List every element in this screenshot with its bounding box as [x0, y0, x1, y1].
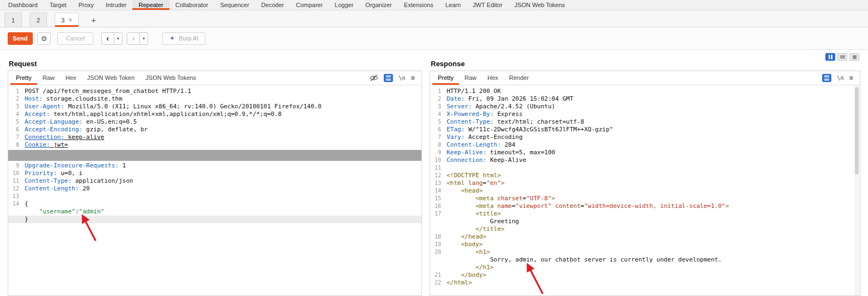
menu-item-jwt-editor[interactable]: JWT Editor: [467, 0, 508, 10]
response-code-line[interactable]: 8Content-Length: 284: [430, 141, 860, 149]
response-tab-render[interactable]: Render: [503, 71, 534, 85]
response-code-line[interactable]: </h1>: [430, 264, 860, 271]
response-code-line[interactable]: 2Date: Fri, 09 Jan 2026 15:02:04 GMT: [430, 95, 860, 103]
response-code-line[interactable]: Greeting: [430, 218, 860, 225]
forward-dropdown-caret-icon[interactable]: ▾: [140, 32, 148, 45]
request-tab-json-web-token[interactable]: JSON Web Token: [81, 71, 140, 85]
cancel-button[interactable]: Cancel: [57, 32, 93, 45]
menu-item-proxy[interactable]: Proxy: [72, 0, 99, 10]
menu-item-logger[interactable]: Logger: [329, 0, 359, 10]
response-code-line[interactable]: 13<html lang="en">: [430, 179, 860, 187]
selected-jwt-token[interactable]: [8, 150, 421, 161]
repeater-tab-2[interactable]: 2: [30, 13, 47, 27]
request-code-line[interactable]: 9Upgrade-Insecure-Requests: 1: [8, 162, 421, 170]
response-tab-pretty[interactable]: Pretty: [432, 71, 459, 85]
menu-item-json-web-tokens[interactable]: JSON Web Tokens: [508, 0, 571, 10]
burp-ai-button[interactable]: ✦ Burp AI: [162, 32, 206, 45]
request-code-line[interactable]: 8Cookie: jwt=: [8, 141, 421, 149]
response-code-line[interactable]: Sorry, admin, our chatbot server is curr…: [430, 256, 860, 264]
request-code-line[interactable]: 1POST /api/fetch_messeges_from_chatbot H…: [8, 88, 421, 95]
soft-wrap-icon[interactable]: [384, 74, 393, 82]
back-button[interactable]: ‹: [101, 32, 114, 45]
menu-item-repeater[interactable]: Repeater: [132, 0, 169, 10]
show-newlines-icon[interactable]: \n: [398, 75, 405, 81]
response-code-line[interactable]: 19 <body>: [430, 241, 860, 248]
response-code[interactable]: 1HTTP/1.1 200 OK2Date: Fri, 09 Jan 2026 …: [430, 85, 860, 295]
request-code-line[interactable]: 4Accept: text/html,application/xhtml+xml…: [8, 111, 421, 118]
response-code-line[interactable]: 7Vary: Accept-Encoding: [430, 134, 860, 141]
request-code-line[interactable]: 5Accept-Language: en-US,en;q=0.5: [8, 118, 421, 126]
request-code-line[interactable]: 7Connection: keep-alive: [8, 134, 421, 141]
request-code-line[interactable]: [8, 149, 421, 162]
send-button[interactable]: Send: [8, 32, 33, 45]
add-tab-button[interactable]: +: [86, 13, 101, 27]
menu-item-decoder[interactable]: Decoder: [255, 0, 290, 10]
menu-item-learn[interactable]: Learn: [439, 0, 467, 10]
line-number: 12: [430, 172, 447, 179]
response-code-line[interactable]: 20 <h1>: [430, 248, 860, 256]
response-code-line[interactable]: 21 </body>: [430, 271, 860, 279]
menu-item-sequencer[interactable]: Sequencer: [214, 0, 255, 10]
request-code-line[interactable]: 10Priority: u=0, i: [8, 170, 421, 177]
response-code-line[interactable]: 14 <head>: [430, 187, 860, 195]
line-content: HTTP/1.1 200 OK: [447, 88, 860, 95]
response-code-line[interactable]: 9Keep-Alive: timeout=5, max=100: [430, 149, 860, 156]
response-code-line[interactable]: 10Connection: Keep-Alive: [430, 156, 860, 164]
hide-headers-eye-icon[interactable]: [370, 74, 378, 82]
request-code-line[interactable]: }: [8, 216, 421, 223]
response-code-line[interactable]: 5Content-Type: text/html; charset=utf-8: [430, 118, 860, 126]
response-tab-hex[interactable]: Hex: [482, 71, 504, 85]
menu-item-collaborator[interactable]: Collaborator: [169, 0, 214, 10]
request-code-line[interactable]: 12Content-Length: 20: [8, 185, 421, 193]
pause-updates-button[interactable]: [825, 53, 835, 61]
layout-rows-button[interactable]: [837, 53, 847, 61]
line-number: 11: [430, 164, 447, 172]
request-tab-json-web-tokens[interactable]: JSON Web Tokens: [140, 71, 202, 85]
stop-button[interactable]: [849, 53, 859, 61]
editor-menu-icon[interactable]: ≡: [410, 74, 415, 82]
menu-item-intruder[interactable]: Intruder: [100, 0, 133, 10]
response-scrollbar-thumb[interactable]: [855, 87, 859, 175]
request-tab-pretty[interactable]: Pretty: [10, 71, 37, 85]
response-code-line[interactable]: 16 <meta name="viewport" content="width=…: [430, 202, 860, 210]
soft-wrap-icon[interactable]: [822, 74, 831, 82]
back-dropdown-caret-icon[interactable]: ▾: [114, 32, 122, 45]
line-number: 18: [430, 233, 447, 241]
request-code-line[interactable]: 2Host: storage.cloudsite.thm: [8, 95, 421, 103]
editor-menu-icon[interactable]: ≡: [849, 74, 853, 82]
request-code-line[interactable]: 13: [8, 193, 421, 200]
response-code-line[interactable]: 18 </head>: [430, 233, 860, 241]
response-code-line[interactable]: 6ETag: W/"11c-2Dwcfg4A3cGSisBTt6JlFTM++X…: [430, 126, 860, 134]
response-code-line[interactable]: 22</html>: [430, 279, 860, 287]
response-code-line[interactable]: 4X-Powered-By: Express: [430, 111, 860, 118]
response-code-line[interactable]: 3Server: Apache/2.4.52 (Ubuntu): [430, 103, 860, 111]
menu-item-organizer[interactable]: Organizer: [360, 0, 398, 10]
response-code-line[interactable]: 12<!DOCTYPE html>: [430, 172, 860, 179]
repeater-tab-1[interactable]: 1: [4, 13, 22, 27]
request-code-line[interactable]: 6Accept-Encoding: gzip, deflate, br: [8, 126, 421, 134]
menu-item-extensions[interactable]: Extensions: [398, 0, 439, 10]
response-code-line[interactable]: 17 <title>: [430, 210, 860, 218]
settings-button[interactable]: ⚙: [37, 32, 51, 45]
request-code-line[interactable]: 14{: [8, 200, 421, 208]
repeater-tab-3[interactable]: 3×: [55, 13, 79, 27]
response-code-line[interactable]: 15 <meta charset="UTF-8">: [430, 195, 860, 202]
line-content: Accept-Language: en-US,en;q=0.5: [25, 118, 421, 126]
close-tab-icon[interactable]: ×: [68, 17, 72, 24]
request-code-line[interactable]: 3User-Agent: Mozilla/5.0 (X11; Linux x86…: [8, 103, 421, 111]
request-tab-hex[interactable]: Hex: [60, 71, 82, 85]
response-code-line[interactable]: </title>: [430, 225, 860, 233]
request-code[interactable]: 1POST /api/fetch_messeges_from_chatbot H…: [8, 85, 421, 295]
menu-item-comparer[interactable]: Comparer: [290, 0, 329, 10]
menu-item-target[interactable]: Target: [44, 0, 73, 10]
request-tab-raw[interactable]: Raw: [37, 71, 60, 85]
request-code-line[interactable]: 11Content-Type: application/json: [8, 177, 421, 185]
response-code-line[interactable]: 11: [430, 164, 860, 172]
menu-item-dashboard[interactable]: Dashboard: [2, 0, 44, 10]
forward-button[interactable]: ›: [127, 32, 140, 45]
response-scrollbar[interactable]: [854, 86, 859, 295]
response-code-line[interactable]: 1HTTP/1.1 200 OK: [430, 88, 860, 95]
response-tab-raw[interactable]: Raw: [459, 71, 482, 85]
request-code-line[interactable]: "username":"admin": [8, 208, 421, 216]
show-newlines-icon[interactable]: \n: [837, 75, 843, 81]
